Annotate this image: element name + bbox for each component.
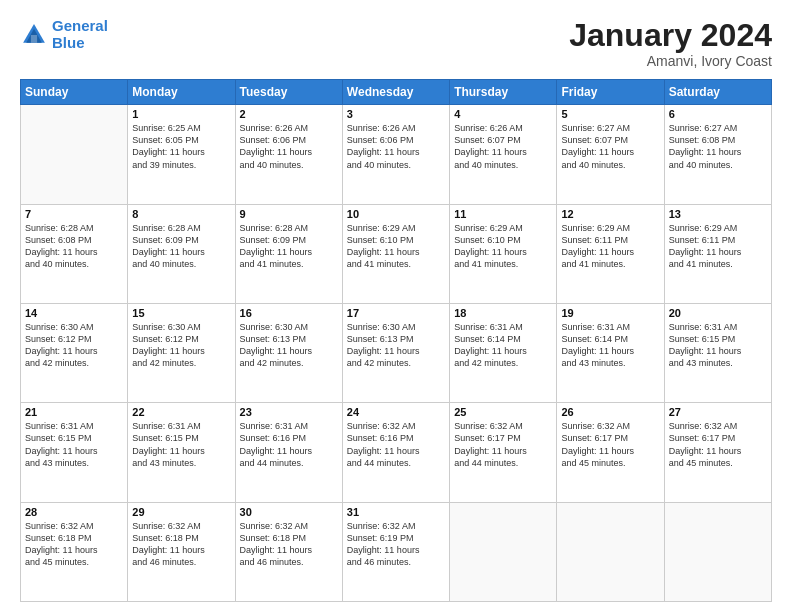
day-info: Sunrise: 6:30 AM Sunset: 6:13 PM Dayligh…	[240, 321, 338, 370]
day-number: 21	[25, 406, 123, 418]
calendar-cell	[21, 105, 128, 204]
calendar-cell: 30Sunrise: 6:32 AM Sunset: 6:18 PM Dayli…	[235, 502, 342, 601]
calendar-cell: 31Sunrise: 6:32 AM Sunset: 6:19 PM Dayli…	[342, 502, 449, 601]
day-info: Sunrise: 6:26 AM Sunset: 6:06 PM Dayligh…	[347, 122, 445, 171]
calendar-cell: 18Sunrise: 6:31 AM Sunset: 6:14 PM Dayli…	[450, 303, 557, 402]
day-info: Sunrise: 6:32 AM Sunset: 6:18 PM Dayligh…	[25, 520, 123, 569]
calendar-cell: 14Sunrise: 6:30 AM Sunset: 6:12 PM Dayli…	[21, 303, 128, 402]
day-info: Sunrise: 6:32 AM Sunset: 6:17 PM Dayligh…	[561, 420, 659, 469]
day-info: Sunrise: 6:29 AM Sunset: 6:11 PM Dayligh…	[669, 222, 767, 271]
day-info: Sunrise: 6:28 AM Sunset: 6:08 PM Dayligh…	[25, 222, 123, 271]
calendar-week-row: 28Sunrise: 6:32 AM Sunset: 6:18 PM Dayli…	[21, 502, 772, 601]
day-info: Sunrise: 6:30 AM Sunset: 6:13 PM Dayligh…	[347, 321, 445, 370]
subtitle: Amanvi, Ivory Coast	[569, 53, 772, 69]
calendar-cell: 20Sunrise: 6:31 AM Sunset: 6:15 PM Dayli…	[664, 303, 771, 402]
day-info: Sunrise: 6:30 AM Sunset: 6:12 PM Dayligh…	[25, 321, 123, 370]
day-info: Sunrise: 6:26 AM Sunset: 6:07 PM Dayligh…	[454, 122, 552, 171]
calendar-cell: 4Sunrise: 6:26 AM Sunset: 6:07 PM Daylig…	[450, 105, 557, 204]
calendar-cell: 19Sunrise: 6:31 AM Sunset: 6:14 PM Dayli…	[557, 303, 664, 402]
day-info: Sunrise: 6:25 AM Sunset: 6:05 PM Dayligh…	[132, 122, 230, 171]
day-header-wednesday: Wednesday	[342, 80, 449, 105]
calendar-cell: 28Sunrise: 6:32 AM Sunset: 6:18 PM Dayli…	[21, 502, 128, 601]
day-info: Sunrise: 6:32 AM Sunset: 6:18 PM Dayligh…	[240, 520, 338, 569]
day-header-tuesday: Tuesday	[235, 80, 342, 105]
day-info: Sunrise: 6:31 AM Sunset: 6:14 PM Dayligh…	[561, 321, 659, 370]
calendar-week-row: 7Sunrise: 6:28 AM Sunset: 6:08 PM Daylig…	[21, 204, 772, 303]
day-number: 4	[454, 108, 552, 120]
day-number: 17	[347, 307, 445, 319]
day-number: 16	[240, 307, 338, 319]
day-number: 12	[561, 208, 659, 220]
day-info: Sunrise: 6:26 AM Sunset: 6:06 PM Dayligh…	[240, 122, 338, 171]
day-number: 22	[132, 406, 230, 418]
calendar-week-row: 21Sunrise: 6:31 AM Sunset: 6:15 PM Dayli…	[21, 403, 772, 502]
day-info: Sunrise: 6:29 AM Sunset: 6:10 PM Dayligh…	[454, 222, 552, 271]
page: General Blue January 2024 Amanvi, Ivory …	[0, 0, 792, 612]
calendar-cell: 29Sunrise: 6:32 AM Sunset: 6:18 PM Dayli…	[128, 502, 235, 601]
day-number: 10	[347, 208, 445, 220]
logo-line2: Blue	[52, 34, 85, 51]
calendar-cell: 10Sunrise: 6:29 AM Sunset: 6:10 PM Dayli…	[342, 204, 449, 303]
day-info: Sunrise: 6:32 AM Sunset: 6:16 PM Dayligh…	[347, 420, 445, 469]
logo: General Blue	[20, 18, 108, 51]
day-info: Sunrise: 6:29 AM Sunset: 6:10 PM Dayligh…	[347, 222, 445, 271]
day-number: 11	[454, 208, 552, 220]
day-header-thursday: Thursday	[450, 80, 557, 105]
calendar-cell: 13Sunrise: 6:29 AM Sunset: 6:11 PM Dayli…	[664, 204, 771, 303]
day-number: 2	[240, 108, 338, 120]
day-number: 13	[669, 208, 767, 220]
logo-text: General Blue	[52, 18, 108, 51]
calendar-cell: 3Sunrise: 6:26 AM Sunset: 6:06 PM Daylig…	[342, 105, 449, 204]
day-info: Sunrise: 6:31 AM Sunset: 6:15 PM Dayligh…	[669, 321, 767, 370]
calendar-cell: 26Sunrise: 6:32 AM Sunset: 6:17 PM Dayli…	[557, 403, 664, 502]
calendar-cell: 7Sunrise: 6:28 AM Sunset: 6:08 PM Daylig…	[21, 204, 128, 303]
day-info: Sunrise: 6:27 AM Sunset: 6:07 PM Dayligh…	[561, 122, 659, 171]
month-title: January 2024	[569, 18, 772, 53]
day-header-friday: Friday	[557, 80, 664, 105]
day-number: 14	[25, 307, 123, 319]
day-number: 26	[561, 406, 659, 418]
day-info: Sunrise: 6:32 AM Sunset: 6:17 PM Dayligh…	[454, 420, 552, 469]
day-number: 23	[240, 406, 338, 418]
title-block: January 2024 Amanvi, Ivory Coast	[569, 18, 772, 69]
calendar-cell: 12Sunrise: 6:29 AM Sunset: 6:11 PM Dayli…	[557, 204, 664, 303]
calendar-cell: 2Sunrise: 6:26 AM Sunset: 6:06 PM Daylig…	[235, 105, 342, 204]
calendar-cell: 16Sunrise: 6:30 AM Sunset: 6:13 PM Dayli…	[235, 303, 342, 402]
logo-line1: General	[52, 17, 108, 34]
calendar-cell: 5Sunrise: 6:27 AM Sunset: 6:07 PM Daylig…	[557, 105, 664, 204]
day-header-saturday: Saturday	[664, 80, 771, 105]
calendar-cell	[450, 502, 557, 601]
day-number: 5	[561, 108, 659, 120]
svg-rect-2	[31, 35, 37, 43]
day-header-monday: Monday	[128, 80, 235, 105]
day-number: 18	[454, 307, 552, 319]
calendar-cell: 1Sunrise: 6:25 AM Sunset: 6:05 PM Daylig…	[128, 105, 235, 204]
calendar-cell: 22Sunrise: 6:31 AM Sunset: 6:15 PM Dayli…	[128, 403, 235, 502]
day-number: 7	[25, 208, 123, 220]
day-info: Sunrise: 6:32 AM Sunset: 6:18 PM Dayligh…	[132, 520, 230, 569]
day-info: Sunrise: 6:27 AM Sunset: 6:08 PM Dayligh…	[669, 122, 767, 171]
calendar-week-row: 14Sunrise: 6:30 AM Sunset: 6:12 PM Dayli…	[21, 303, 772, 402]
day-info: Sunrise: 6:31 AM Sunset: 6:15 PM Dayligh…	[132, 420, 230, 469]
day-number: 29	[132, 506, 230, 518]
calendar-header-row: SundayMondayTuesdayWednesdayThursdayFrid…	[21, 80, 772, 105]
day-number: 3	[347, 108, 445, 120]
day-number: 24	[347, 406, 445, 418]
calendar-cell: 15Sunrise: 6:30 AM Sunset: 6:12 PM Dayli…	[128, 303, 235, 402]
day-number: 25	[454, 406, 552, 418]
calendar-cell: 25Sunrise: 6:32 AM Sunset: 6:17 PM Dayli…	[450, 403, 557, 502]
calendar-cell: 8Sunrise: 6:28 AM Sunset: 6:09 PM Daylig…	[128, 204, 235, 303]
logo-icon	[20, 21, 48, 49]
calendar-table: SundayMondayTuesdayWednesdayThursdayFrid…	[20, 79, 772, 602]
day-number: 15	[132, 307, 230, 319]
day-info: Sunrise: 6:29 AM Sunset: 6:11 PM Dayligh…	[561, 222, 659, 271]
calendar-cell	[664, 502, 771, 601]
calendar-cell: 17Sunrise: 6:30 AM Sunset: 6:13 PM Dayli…	[342, 303, 449, 402]
day-info: Sunrise: 6:31 AM Sunset: 6:16 PM Dayligh…	[240, 420, 338, 469]
day-number: 20	[669, 307, 767, 319]
calendar-cell: 27Sunrise: 6:32 AM Sunset: 6:17 PM Dayli…	[664, 403, 771, 502]
calendar-cell: 6Sunrise: 6:27 AM Sunset: 6:08 PM Daylig…	[664, 105, 771, 204]
day-info: Sunrise: 6:32 AM Sunset: 6:19 PM Dayligh…	[347, 520, 445, 569]
calendar-cell: 11Sunrise: 6:29 AM Sunset: 6:10 PM Dayli…	[450, 204, 557, 303]
day-number: 27	[669, 406, 767, 418]
